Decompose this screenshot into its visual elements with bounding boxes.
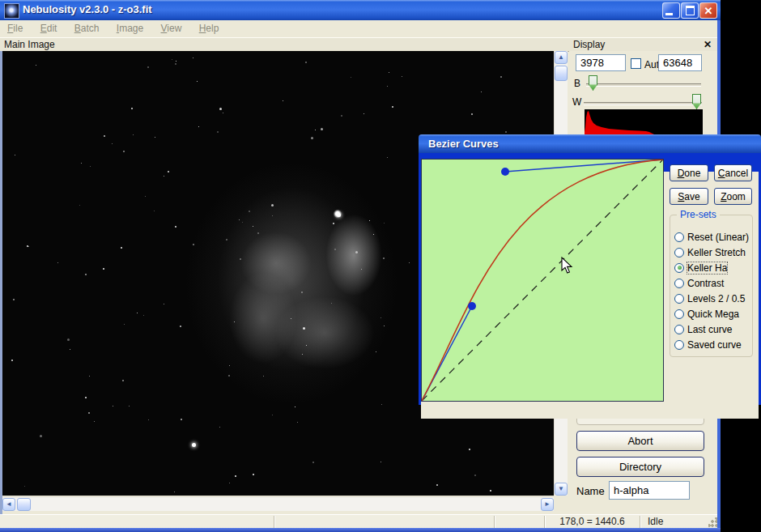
preset-reset-linear[interactable]: Reset (Linear)	[674, 229, 750, 245]
display-caption-label: Display	[573, 39, 605, 50]
name-label: Name	[576, 485, 605, 497]
preset-label: Reset (Linear)	[687, 232, 749, 243]
arrow-left-icon: ◄	[6, 501, 12, 508]
bright-star	[337, 213, 341, 217]
status-separator	[494, 516, 495, 528]
radio-icon	[674, 232, 684, 242]
black-slider-label: B	[574, 78, 580, 89]
dialog-title-bar: Bezier Curves	[419, 134, 761, 153]
done-button[interactable]: Done	[670, 164, 708, 181]
arrow-right-icon: ►	[544, 501, 551, 508]
presets-list: Reset (Linear) Keller Stretch Keller Ha …	[674, 229, 750, 352]
close-button[interactable]: ✕	[699, 2, 717, 19]
black-slider-track[interactable]	[586, 83, 701, 87]
cancel-button[interactable]: Cancel	[714, 164, 752, 181]
scroll-up-button[interactable]: ▲	[555, 51, 568, 64]
scroll-left-button[interactable]: ◄	[2, 498, 15, 511]
scroll-right-button[interactable]: ►	[541, 498, 554, 511]
minimize-button[interactable]	[662, 2, 680, 19]
preset-label: Keller Stretch	[687, 247, 746, 258]
preset-keller-stretch[interactable]: Keller Stretch	[674, 245, 750, 260]
name-input[interactable]	[609, 481, 690, 500]
status-state: Idle	[648, 515, 663, 528]
status-separator	[640, 516, 641, 528]
radio-icon	[674, 340, 684, 350]
preset-label: Quick Mega	[687, 309, 739, 320]
window-border	[0, 528, 721, 532]
preset-label: Last curve	[687, 324, 732, 335]
curve-control-point-1[interactable]	[468, 302, 476, 310]
presets-caption: Pre-sets	[677, 209, 720, 220]
scroll-down-button[interactable]: ▼	[555, 483, 568, 496]
minimize-icon	[665, 13, 673, 15]
radio-icon	[674, 248, 684, 257]
auto-checkbox[interactable]	[631, 58, 641, 69]
white-slider-track[interactable]	[584, 102, 702, 105]
save-button[interactable]: Save	[670, 188, 708, 205]
status-bar: 178,0 = 1440.6 Idle	[0, 514, 721, 529]
radio-icon	[674, 294, 684, 304]
curve-plot	[422, 160, 663, 401]
preset-saved-curve[interactable]: Saved curve	[674, 337, 750, 352]
bright-star	[192, 443, 196, 447]
preset-contrast[interactable]: Contrast	[674, 275, 750, 291]
window-title: Nebulosity v2.3.0 - z-o3.fit	[23, 3, 152, 15]
preset-quick-mega[interactable]: Quick Mega	[674, 306, 750, 321]
curve-editor[interactable]	[421, 159, 664, 402]
menu-bar: File Edit Batch Image View Help	[0, 20, 721, 37]
arrow-up-icon: ▲	[558, 54, 564, 61]
window-border	[0, 51, 2, 514]
histogram-plot	[585, 109, 703, 135]
app-icon	[4, 3, 19, 19]
curve-control-point-2[interactable]	[501, 168, 509, 176]
dialog-title: Bezier Curves	[428, 138, 499, 150]
abort-button[interactable]: Abort	[576, 431, 704, 451]
directory-button[interactable]: Directory	[576, 457, 704, 477]
zoom-button[interactable]: Zoom	[714, 188, 752, 205]
preset-label: Contrast	[687, 278, 724, 289]
display-panel-caption: Display ✕	[569, 37, 718, 52]
status-separator	[274, 516, 275, 528]
black-level-input[interactable]	[576, 54, 626, 71]
radio-icon	[674, 279, 684, 288]
display-close-icon[interactable]: ✕	[704, 38, 712, 51]
preset-keller-ha[interactable]: Keller Ha	[674, 260, 750, 275]
mouse-cursor	[561, 257, 573, 277]
radio-icon	[674, 309, 684, 319]
menu-item-view[interactable]: View	[154, 20, 189, 37]
close-icon: ✕	[704, 5, 713, 17]
desktop: Nebulosity v2.3.0 - z-o3.fit ✕ File Edit…	[0, 0, 761, 532]
radio-selected-icon	[674, 263, 684, 273]
menu-item-batch[interactable]: Batch	[67, 20, 107, 37]
maximize-button[interactable]	[681, 2, 699, 19]
radio-icon	[674, 325, 684, 334]
cursor-position-readout: 178,0 = 1440.6	[545, 515, 640, 528]
title-bar: Nebulosity v2.3.0 - z-o3.fit ✕	[0, 0, 721, 20]
menu-item-edit[interactable]: Edit	[33, 20, 65, 37]
preset-label: Saved curve	[687, 339, 742, 351]
menu-item-file[interactable]: File	[0, 20, 30, 37]
preset-levels-2-05[interactable]: Levels 2 / 0.5	[674, 291, 750, 306]
horizontal-scrollbar[interactable]: ◄ ►	[2, 496, 554, 511]
arrow-down-icon: ▼	[558, 486, 564, 492]
white-slider-label: W	[572, 96, 581, 108]
vertical-scroll-thumb[interactable]	[555, 66, 568, 81]
menu-item-help[interactable]: Help	[192, 20, 227, 37]
preset-last-curve[interactable]: Last curve	[674, 321, 750, 337]
horizontal-scroll-thumb[interactable]	[17, 498, 31, 511]
white-level-input[interactable]	[658, 54, 702, 71]
preset-label: Levels 2 / 0.5	[687, 293, 745, 304]
histogram	[585, 109, 703, 135]
menu-item-image[interactable]: Image	[109, 20, 151, 37]
main-image-caption: Main Image	[0, 37, 569, 52]
maximize-icon	[686, 6, 695, 15]
preset-label: Keller Ha	[687, 262, 727, 274]
bezier-curves-dialog: Bezier Curves Done Cancel Save Zo	[419, 134, 761, 405]
presets-groupbox: Pre-sets Reset (Linear) Keller Stretch K…	[670, 215, 753, 357]
